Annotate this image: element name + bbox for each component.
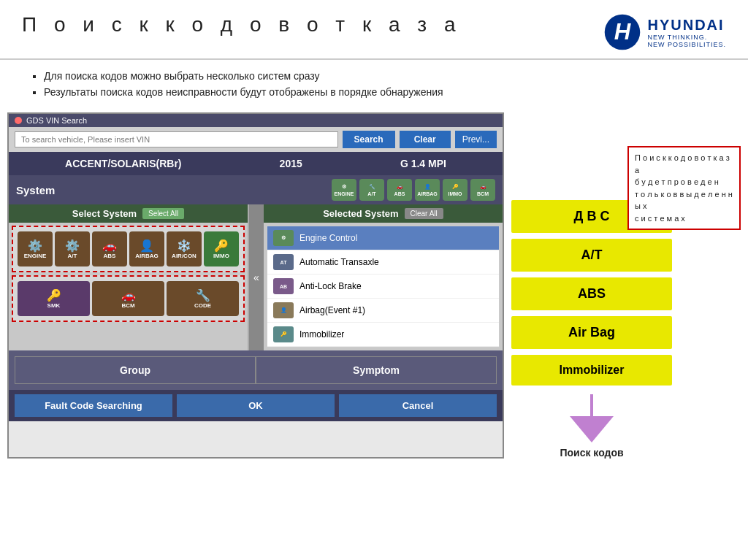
aircon-grid-icon: ❄️ [177, 239, 191, 253]
selected-item-engine[interactable]: ⚙ Engine Control [267, 226, 499, 250]
bullet-1: Для поиска кодов можно выбрать несколько… [44, 70, 719, 82]
engine-icon-tab[interactable]: ⚙ ENGINE [332, 179, 356, 201]
at-icon-tab[interactable]: 🔧 A/T [359, 179, 384, 201]
label-immobilizer: Immobilizer [511, 355, 672, 386]
abs-small-icon: AB [273, 278, 294, 294]
clear-all-button[interactable]: Clear All [405, 208, 443, 219]
bcm-grid-icon: 🚗 [121, 288, 136, 302]
bullet-2: Результаты поиска кодов неисправности бу… [44, 86, 719, 98]
vehicle-year: 2015 [280, 158, 302, 169]
immo-label: Immobilizer [299, 329, 344, 340]
abs-grid-icon: 🚗 [102, 239, 117, 253]
airbag-grid-icon: 👤 [140, 239, 154, 253]
grid-bcm[interactable]: 🚗 BCM [92, 281, 164, 316]
system-icons: ⚙ ENGINE 🔧 A/T 🚗 ABS 👤 AIRBAG 🔑 IM [332, 179, 495, 201]
callout-box: П о и с к к о д о в о т к а з аб у д е т… [627, 146, 741, 230]
select-panel-header: Select System Select All [9, 204, 248, 223]
slogan1: NEW THINKING. [647, 34, 726, 41]
system-grid-row2: 🔑 SMK 🚗 BCM 🔧 CODE [12, 275, 245, 322]
hyundai-logo: H HYUNDAI NEW THINKING. NEW POSSIBILITIE… [603, 13, 726, 51]
group-symptom-bar: Group Symptom [9, 350, 503, 390]
action-bar: Fault Code Searching OK Cancel [9, 390, 503, 421]
grid-abs[interactable]: 🚗 ABS [92, 231, 127, 266]
symptom-button[interactable]: Symptom [256, 356, 497, 384]
airbag-icon-symbol: 👤 [424, 184, 431, 190]
clear-button[interactable]: Clear [400, 131, 451, 148]
engine-small-icon: ⚙ [273, 230, 294, 246]
engine-icon-symbol: ⚙ [342, 184, 346, 190]
engine-grid-icon: ⚙️ [28, 239, 42, 253]
svg-text:H: H [614, 19, 632, 45]
grid-code[interactable]: 🔧 CODE [167, 281, 239, 316]
selected-item-airbag[interactable]: 👤 Airbag(Event #1) [267, 299, 499, 323]
panels-row: Select System Select All ⚙️ ENGINE ⚙️ A/… [9, 204, 503, 350]
vehicle-engine: G 1.4 MPI [400, 158, 446, 169]
select-panel: Select System Select All ⚙️ ENGINE ⚙️ A/… [9, 204, 249, 350]
system-label: System [16, 184, 55, 196]
search-button[interactable]: Search [343, 131, 395, 148]
select-system-label: Select System [72, 208, 137, 219]
fault-code-button[interactable]: Fault Code Searching [15, 394, 172, 417]
vin-bar: Search Clear Previ... [9, 127, 503, 152]
code-grid-icon: 🔧 [196, 288, 210, 302]
page-header: П о и с к к о д о в о т к а з а H HYUNDA… [0, 0, 748, 60]
grid-airbag[interactable]: 👤 AIRBAG [129, 231, 164, 266]
select-all-button[interactable]: Select All [142, 208, 184, 219]
system-grid-row1: ⚙️ ENGINE ⚙️ A/T 🚗 ABS 👤 AIRBAG [12, 226, 245, 272]
abs-icon-symbol: 🚗 [397, 184, 403, 190]
hyundai-h-icon: H [603, 13, 641, 51]
cancel-button[interactable]: Cancel [339, 394, 497, 417]
selected-panel-header: Selected System Clear All [264, 204, 503, 223]
airbag-small-icon: 👤 [273, 302, 294, 318]
immo-icon-symbol: 🔑 [452, 184, 459, 190]
system-section: System ⚙ ENGINE 🔧 A/T 🚗 ABS 👤 AIRBAG [9, 175, 503, 204]
close-dot[interactable] [15, 117, 22, 124]
at-icon-symbol: 🔧 [369, 184, 375, 190]
group-button[interactable]: Group [15, 356, 256, 384]
grid-aircon[interactable]: ❄️ AIR/CON [167, 231, 202, 266]
grid-smk[interactable]: 🔑 SMK [18, 281, 90, 316]
airbag-icon-tab[interactable]: 👤 AIRBAG [415, 179, 440, 201]
collapse-arrow-button[interactable]: « [249, 204, 264, 350]
arrow-line [590, 394, 593, 416]
label-airbag: Air Bag [511, 316, 672, 349]
selected-panel: Selected System Clear All ⚙ Engine Contr… [264, 204, 503, 350]
bullets-list: Для поиска кодов можно выбрать несколько… [0, 60, 748, 110]
logo-text: HYUNDAI NEW THINKING. NEW POSSIBILITIES. [647, 17, 726, 48]
label-abs: ABS [511, 277, 672, 310]
selected-item-immo[interactable]: 🔑 Immobilizer [267, 323, 499, 347]
at-grid-icon: ⚙️ [65, 239, 80, 253]
slogan2: NEW POSSIBILITIES. [647, 41, 726, 48]
at-label: Automatic Transaxle [299, 257, 379, 267]
engine-control-label: Engine Control [299, 233, 357, 243]
grid-immo[interactable]: 🔑 IMMO [204, 231, 239, 266]
gds-title: GDS VIN Search [26, 116, 87, 125]
bcm-icon-tab[interactable]: 🚗 BCM [470, 179, 495, 201]
vehicle-model: ACCENT/SOLARIS(RBr) [65, 158, 181, 169]
immo-grid-icon: 🔑 [214, 239, 229, 253]
label-at: А/Т [511, 239, 672, 272]
selected-item-abs[interactable]: AB Anti-Lock Brake [267, 275, 499, 299]
grid-engine[interactable]: ⚙️ ENGINE [18, 231, 53, 266]
gds-window: GDS VIN Search Search Clear Previ... ACC… [7, 112, 504, 459]
airbag-label: Airbag(Event #1) [299, 305, 365, 315]
immo-small-icon: 🔑 [273, 326, 294, 342]
immo-icon-tab[interactable]: 🔑 IMMO [443, 179, 468, 201]
callout-text: П о и с к к о д о в о т к а з аб у д е т… [635, 153, 733, 223]
ok-button[interactable]: OK [177, 394, 335, 417]
logo-area: H HYUNDAI NEW THINKING. NEW POSSIBILITIE… [603, 13, 726, 51]
abs-icon-tab[interactable]: 🚗 ABS [387, 179, 412, 201]
prev-button[interactable]: Previ... [455, 131, 497, 148]
arrow-triangle [570, 416, 614, 442]
vehicle-bar: ACCENT/SOLARIS(RBr) 2015 G 1.4 MPI [9, 152, 503, 175]
abs-label: Anti-Lock Brake [299, 281, 362, 291]
search-codes-label: Поиск кодов [560, 447, 623, 459]
selected-item-at[interactable]: AT Automatic Transaxle [267, 250, 499, 275]
selected-items-list: ⚙ Engine Control AT Automatic Transaxle … [267, 226, 500, 348]
content-area: GDS VIN Search Search Clear Previ... ACC… [0, 110, 748, 459]
page-title: П о и с к к о д о в о т к а з а [22, 13, 462, 37]
grid-at[interactable]: ⚙️ A/T [55, 231, 90, 266]
smk-grid-icon: 🔑 [47, 288, 61, 302]
arrow-section: Поиск кодов [511, 394, 672, 459]
vin-input[interactable] [15, 131, 338, 147]
